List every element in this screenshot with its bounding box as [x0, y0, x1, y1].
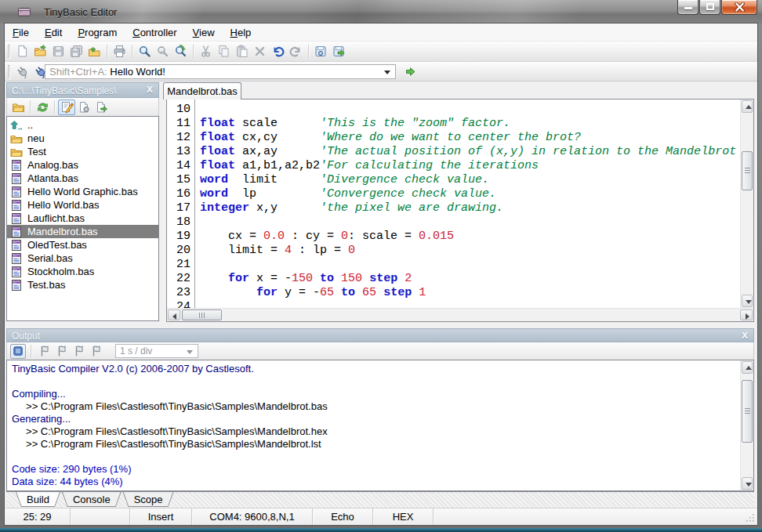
dropdown-arrow-icon[interactable]: [187, 350, 193, 354]
editor-horizontal-scrollbar[interactable]: [167, 308, 753, 321]
resize-grip[interactable]: [746, 513, 756, 523]
copy-button[interactable]: [215, 43, 233, 60]
output-vscroll-thumb[interactable]: [742, 380, 753, 443]
code-segment: for: [228, 272, 249, 285]
scope-square-icon: [13, 346, 23, 356]
code-pane[interactable]: float scale 'This is the "zoom" factor.f…: [196, 100, 740, 308]
titlebar[interactable]: TinyBasic Editor: [0, 0, 762, 24]
code-segment: 'Where do we want to center the brot?: [320, 131, 581, 144]
timebase-value: 1 s / div: [120, 346, 152, 356]
code-segment: step: [369, 272, 397, 285]
editor-tab[interactable]: Mandelbrot.bas: [163, 82, 241, 100]
send-macro-button[interactable]: [402, 64, 418, 79]
file-list-item[interactable]: ..: [7, 118, 158, 132]
macro-combobox[interactable]: Shift+Ctrl+A: Hello World!: [45, 64, 396, 79]
scroll-left-button[interactable]: [168, 309, 180, 320]
minimize-button[interactable]: [677, 0, 698, 15]
statusbar: 25: 29 Insert COM4: 9600,8,N,1 Echo HEX: [5, 508, 757, 525]
disconnect-button[interactable]: [13, 63, 31, 80]
timebase-combobox[interactable]: 1 s / div: [115, 344, 198, 358]
output-line: TinyBasic Compiler V2.0 (c) 2006-2007 by…: [7, 363, 753, 375]
code-segment: 'The actual position of (x,y) in relatio…: [320, 145, 736, 158]
editor-vertical-scrollbar[interactable]: [740, 100, 753, 308]
output-tab[interactable]: Build: [16, 492, 60, 507]
code-segment: [200, 272, 228, 285]
scroll-up-button[interactable]: [742, 100, 753, 113]
close-button[interactable]: [721, 0, 757, 15]
code-segment: scale: [235, 117, 320, 130]
scroll-down-button[interactable]: [742, 295, 753, 307]
scroll-down-button[interactable]: [742, 477, 753, 490]
menu-item[interactable]: File: [5, 24, 37, 41]
undo-button[interactable]: [269, 43, 287, 60]
output-tab[interactable]: Scope: [123, 492, 174, 507]
save-button[interactable]: [49, 43, 67, 60]
toolbar-gripper[interactable]: [8, 65, 10, 78]
macro-value: Hello World!: [110, 66, 165, 78]
compile-button[interactable]: [312, 43, 330, 60]
open-button[interactable]: [31, 43, 49, 60]
maximize-button[interactable]: [699, 0, 720, 15]
compile-run-icon: [332, 45, 346, 58]
toolbar-gripper[interactable]: [8, 45, 10, 58]
editor-vscroll-thumb[interactable]: [742, 151, 753, 190]
file-panel-header[interactable]: C:\...\TinyBasic\Samples\X: [6, 82, 159, 98]
code-segment: [376, 286, 383, 299]
bas-file-icon: [10, 279, 23, 291]
status-insert-mode: Insert: [130, 508, 192, 525]
scroll-right-button[interactable]: [740, 309, 753, 320]
edit-file-button[interactable]: [58, 100, 75, 115]
flag-2-button[interactable]: [53, 343, 71, 359]
flag-3-button[interactable]: [71, 343, 88, 359]
flag-4-button[interactable]: [88, 343, 105, 359]
menu-item[interactable]: Controller: [125, 24, 184, 41]
save-all-button[interactable]: [67, 43, 85, 60]
code-segment: to: [320, 272, 334, 285]
output-panel-close-button[interactable]: X: [739, 331, 750, 342]
code-line: word lp 'Convergence check value.: [200, 187, 740, 201]
code-segment: limit =: [200, 244, 285, 257]
code-editor[interactable]: 101112131415161718192021222324 float sca…: [166, 99, 754, 322]
flag-1-button[interactable]: [36, 343, 53, 359]
compile-run-button[interactable]: [330, 43, 348, 60]
output-vertical-scrollbar[interactable]: [740, 360, 753, 490]
file-export-button[interactable]: [93, 100, 110, 115]
scroll-up-button[interactable]: [742, 361, 753, 374]
code-line: float ax,ay 'The actual position of (x,y…: [200, 145, 740, 159]
doc-export-icon: [95, 101, 108, 114]
browse-folder-button[interactable]: [9, 100, 27, 115]
output-log[interactable]: TinyBasic Compiler V2.0 (c) 2006-2007 by…: [6, 360, 754, 491]
redo-button[interactable]: [287, 43, 305, 60]
output-line: Compiling...: [7, 388, 753, 400]
paste-button[interactable]: [233, 43, 251, 60]
find-replace-button[interactable]: [172, 43, 190, 60]
code-line: [200, 215, 740, 230]
find-next-button[interactable]: [154, 43, 172, 60]
menu-item[interactable]: Edit: [37, 24, 70, 41]
delete-button[interactable]: [251, 43, 269, 60]
editor-hscroll-thumb[interactable]: [182, 309, 222, 320]
file-panel-path: C:\...\TinyBasic\Samples\: [12, 85, 117, 96]
close-folder-button[interactable]: [85, 43, 103, 60]
cut-button[interactable]: [197, 43, 215, 60]
dropdown-arrow-icon[interactable]: [384, 71, 390, 74]
code-segment: 65: [362, 286, 376, 299]
file-panel-close-button[interactable]: X: [144, 85, 155, 96]
menu-item[interactable]: Program: [70, 24, 125, 41]
find-button[interactable]: [136, 43, 154, 60]
print-button[interactable]: [111, 43, 129, 60]
code-segment: : lp =: [292, 244, 348, 257]
new-button[interactable]: [13, 43, 31, 60]
menu-item[interactable]: View: [185, 24, 223, 41]
chip-icon: [15, 5, 34, 19]
output-tab[interactable]: Console: [62, 492, 122, 507]
refresh-button[interactable]: [34, 100, 51, 115]
output-line: [7, 375, 753, 388]
scope-toggle-button[interactable]: [10, 344, 26, 359]
paste-icon: [235, 45, 249, 58]
file-settings-button[interactable]: [75, 100, 93, 115]
line-number: 14: [167, 159, 194, 173]
output-panel-header[interactable]: OutputX: [6, 328, 754, 342]
menu-item[interactable]: Help: [223, 24, 259, 41]
code-segment: y = -: [278, 286, 320, 299]
